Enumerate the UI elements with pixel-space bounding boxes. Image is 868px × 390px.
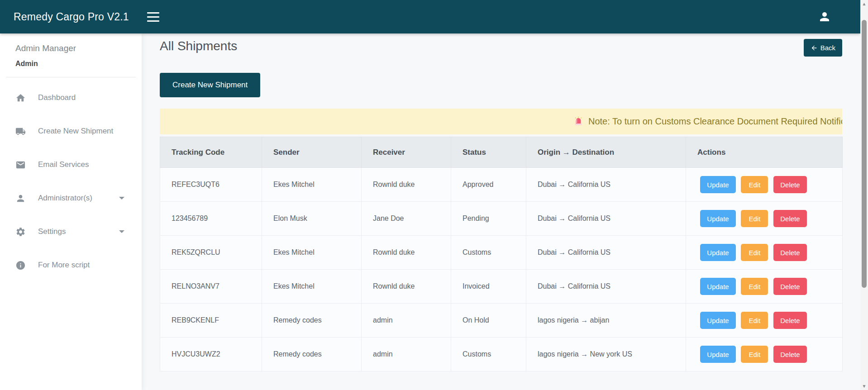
arrow-left-icon [811, 44, 818, 52]
cell-status: On Hold [451, 304, 526, 338]
cell-route: lagos nigeria → New york US [526, 338, 686, 371]
cell-sender: Ekes Mitchel [262, 270, 362, 304]
person-icon [15, 193, 26, 204]
page-scrollbar[interactable]: ▲ ▼ [860, 0, 868, 390]
cell-sender: Remedy codes [262, 304, 362, 338]
sidebar-user-block: Admin Manager Admin [0, 43, 142, 68]
scrollbar-up-arrow-icon[interactable]: ▲ [860, 0, 868, 8]
cell-receiver: Rownld duke [362, 236, 451, 270]
edit-button[interactable]: Edit [741, 244, 768, 261]
cell-receiver: Rownld duke [362, 168, 451, 202]
update-button[interactable]: Update [700, 346, 736, 363]
cell-status: Customs [451, 338, 526, 371]
notice-marquee: Note: To turn on Customs Clearance Docum… [573, 109, 842, 134]
app-window: Remedy Cargo Pro V2.1 Admin Manager Admi… [0, 0, 860, 390]
siren-icon [573, 116, 584, 127]
table-header-row: Tracking Code Sender Receiver Status Ori… [160, 137, 843, 168]
col-header-origin-destination: Origin → Destination [526, 137, 686, 168]
cell-tracking-code: REB9CKENLF [160, 304, 262, 338]
col-header-status: Status [451, 137, 526, 168]
edit-button[interactable]: Edit [741, 176, 768, 193]
back-button[interactable]: Back [804, 39, 842, 57]
page-title: All Shipments [160, 39, 237, 53]
sidebar-item-for-more-script[interactable]: For More script [0, 248, 142, 282]
sidebar-item-email-services[interactable]: Email Services [0, 148, 142, 181]
notice-banner: Note: To turn on Customs Clearance Docum… [160, 109, 842, 134]
cell-tracking-code: REFEC3UQT6 [160, 168, 262, 202]
cell-receiver: admin [362, 338, 451, 371]
update-button[interactable]: Update [700, 244, 736, 261]
create-new-shipment-button[interactable]: Create New Shipment [160, 73, 260, 97]
cell-status: Invoiced [451, 270, 526, 304]
cell-tracking-code: 123456789 [160, 202, 262, 236]
table-row: REFEC3UQT6 Ekes Mitchel Rownld duke Appr… [160, 168, 843, 202]
chevron-down-icon [119, 230, 124, 233]
home-icon [15, 93, 26, 103]
sidebar-user-name: Admin Manager [15, 43, 126, 53]
delete-button[interactable]: Delete [773, 278, 807, 295]
cell-receiver: Rownld duke [362, 270, 451, 304]
cell-actions: Update Edit Delete [686, 270, 843, 304]
update-button[interactable]: Update [700, 278, 736, 295]
delete-button[interactable]: Delete [773, 244, 807, 261]
shipments-table: Tracking Code Sender Receiver Status Ori… [160, 137, 843, 371]
cell-route: Dubai → California US [526, 236, 686, 270]
cell-route: Dubai → California US [526, 270, 686, 304]
delete-button[interactable]: Delete [773, 346, 807, 363]
cell-actions: Update Edit Delete [686, 236, 843, 270]
sidebar-item-administrators[interactable]: Administrator(s) [0, 181, 142, 215]
main-content: All Shipments Back Create New Shipment N… [142, 33, 860, 390]
table-row: RELNO3ANV7 Ekes Mitchel Rownld duke Invo… [160, 270, 843, 304]
cell-status: Approved [451, 168, 526, 202]
cell-route: Dubai → California US [526, 168, 686, 202]
top-navbar: Remedy Cargo Pro V2.1 [0, 0, 860, 33]
cell-status: Pending [451, 202, 526, 236]
update-button[interactable]: Update [700, 210, 736, 227]
notice-text: Note: To turn on Customs Clearance Docum… [588, 116, 842, 127]
table-row: 123456789 Elon Musk Jane Doe Pending Dub… [160, 202, 843, 236]
chevron-down-icon [119, 197, 124, 200]
col-header-receiver: Receiver [362, 137, 451, 168]
sidebar-user-role: Admin [15, 60, 126, 68]
user-account-icon[interactable] [818, 10, 831, 24]
cell-tracking-code: REK5ZQRCLU [160, 236, 262, 270]
cell-route: Dubai → California US [526, 202, 686, 236]
col-header-tracking-code: Tracking Code [160, 137, 262, 168]
edit-button[interactable]: Edit [741, 278, 768, 295]
cell-status: Customs [451, 236, 526, 270]
hamburger-menu-icon[interactable] [147, 12, 159, 22]
cell-actions: Update Edit Delete [686, 202, 843, 236]
cell-receiver: admin [362, 304, 451, 338]
update-button[interactable]: Update [700, 312, 736, 329]
cell-sender: Ekes Mitchel [262, 236, 362, 270]
scrollbar-down-arrow-icon[interactable]: ▼ [860, 382, 868, 390]
edit-button[interactable]: Edit [741, 346, 768, 363]
cell-tracking-code: RELNO3ANV7 [160, 270, 262, 304]
col-header-actions: Actions [686, 137, 843, 168]
edit-button[interactable]: Edit [741, 312, 768, 329]
table-row: REK5ZQRCLU Ekes Mitchel Rownld duke Cust… [160, 236, 843, 270]
cell-tracking-code: HVJCU3UWZ2 [160, 338, 262, 371]
update-button[interactable]: Update [700, 176, 736, 193]
envelope-icon [15, 160, 26, 170]
col-header-sender: Sender [262, 137, 362, 168]
info-icon [15, 260, 26, 271]
cell-actions: Update Edit Delete [686, 304, 843, 338]
cell-receiver: Jane Doe [362, 202, 451, 236]
table-row: HVJCU3UWZ2 Remedy codes admin Customs la… [160, 338, 843, 371]
cell-actions: Update Edit Delete [686, 168, 843, 202]
sidebar-item-create-new-shipment[interactable]: Create New Shipment [0, 114, 142, 148]
scrollbar-thumb[interactable] [862, 20, 867, 288]
cell-route: lagos nigeria → abijan [526, 304, 686, 338]
delete-button[interactable]: Delete [773, 312, 807, 329]
delete-button[interactable]: Delete [773, 210, 807, 227]
cell-actions: Update Edit Delete [686, 338, 843, 371]
delete-button[interactable]: Delete [773, 176, 807, 193]
sidebar-item-dashboard[interactable]: Dashboard [0, 81, 142, 114]
cell-sender: Remedy codes [262, 338, 362, 371]
cell-sender: Elon Musk [262, 202, 362, 236]
cell-sender: Ekes Mitchel [262, 168, 362, 202]
sidebar-divider [6, 77, 136, 77]
edit-button[interactable]: Edit [741, 210, 768, 227]
sidebar-item-settings[interactable]: Settings [0, 215, 142, 248]
